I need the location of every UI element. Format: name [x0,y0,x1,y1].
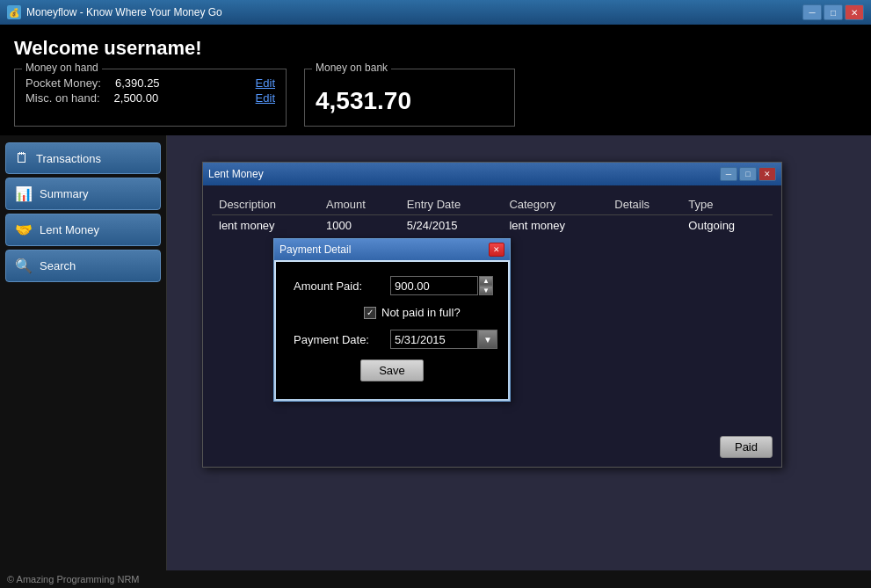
cell-category: lent money [502,215,607,236]
lent-window-body: Description Amount Entry Date Category D… [203,185,781,467]
money-on-bank-box: Money on bank 4,531.70 [304,69,515,127]
money-bank-title: Money on bank [312,62,391,74]
amount-spinner: ▲ ▼ [479,276,493,295]
cell-entry_date: 5/24/2015 [400,215,503,236]
welcome-text: Welcome username! [14,37,857,60]
pocket-money-value: 6,390.25 [115,76,160,90]
sidebar: 🗒 Transactions 📊 Summary 🤝 Lent Money 🔍 … [0,135,167,588]
cell-description: lent money [212,215,319,236]
pocket-money-row: Pocket Money: 6,390.25 Edit [25,76,275,90]
app-title: Moneyflow - Know Where Your Money Go [26,6,222,18]
not-paid-full-label: Not paid in full? [381,306,461,319]
col-category: Category [502,194,607,215]
lent-window-minimize[interactable]: ─ [720,167,737,181]
lent-money-window: Lent Money ─ □ ✕ Description Amount Entr… [202,162,782,468]
app-body: 🗒 Transactions 📊 Summary 🤝 Lent Money 🔍 … [0,135,871,588]
search-button[interactable]: 🔍 Search [5,250,161,282]
title-bar-controls: ─ □ ✕ [802,4,864,20]
payment-detail-dialog: Payment Detail ✕ Amount Paid: ▲ [273,238,511,402]
transactions-icon: 🗒 [15,150,29,166]
spin-down-button[interactable]: ▼ [479,286,493,295]
amount-paid-row: Amount Paid: ▲ ▼ [294,276,490,295]
spin-up-button[interactable]: ▲ [479,276,493,286]
app-footer: © Amazing Programming NRM [0,570,871,588]
not-paid-full-row: Not paid in full? [294,306,490,319]
misc-money-value: 2,500.00 [114,91,159,105]
table-row: lent money10005/24/2015lent moneyOutgoin… [212,215,773,236]
dialog-titlebar: Payment Detail ✕ [274,239,510,260]
money-row: Money on hand Pocket Money: 6,390.25 Edi… [14,69,857,127]
misc-money-row: Misc. on hand: 2,500.00 Edit [25,91,275,105]
pocket-money-edit[interactable]: Edit [256,76,275,90]
lent-money-label: Lent Money [40,223,99,236]
col-entry-date: Entry Date [400,194,503,215]
summary-icon: 📊 [15,185,33,202]
minimize-button[interactable]: ─ [802,4,822,20]
money-on-hand-box: Money on hand Pocket Money: 6,390.25 Edi… [14,69,287,127]
money-hand-title: Money on hand [22,62,102,74]
lent-window-titlebar: Lent Money ─ □ ✕ [203,163,781,185]
dialog-close-button[interactable]: ✕ [489,243,504,257]
cell-amount: 1000 [319,215,400,236]
lent-window-controls: ─ □ ✕ [720,167,776,181]
col-description: Description [212,194,319,215]
payment-dialog-overlay: Payment Detail ✕ Amount Paid: ▲ [273,238,511,402]
lent-money-icon: 🤝 [15,221,33,238]
payment-date-input[interactable] [390,330,478,349]
misc-money-label: Misc. on hand: [25,91,100,105]
not-paid-full-checkbox[interactable] [364,307,376,319]
lent-window-close[interactable]: ✕ [758,167,776,181]
payment-date-input-wrap: ▼ [390,330,497,349]
col-amount: Amount [319,194,400,215]
amount-paid-input-wrap: ▲ ▼ [390,276,493,295]
dialog-title: Payment Detail [279,243,351,256]
content-area: Lent Money ─ □ ✕ Description Amount Entr… [167,135,871,588]
misc-money-label-val: Misc. on hand: 2,500.00 [25,91,158,105]
payment-date-row: Payment Date: ▼ [294,330,490,349]
header-section: Welcome username! Money on hand Pocket M… [0,25,871,135]
title-bar: 💰 Moneyflow - Know Where Your Money Go ─… [0,0,871,25]
transactions-button[interactable]: 🗒 Transactions [5,142,161,174]
footer-text: © Amazing Programming NRM [7,574,140,584]
pocket-money-label: Pocket Money: [25,76,101,90]
maximize-button[interactable]: □ [824,4,843,20]
table-header-row: Description Amount Entry Date Category D… [212,194,773,215]
amount-paid-input[interactable] [390,276,478,295]
amount-paid-label: Amount Paid: [294,279,390,293]
bank-amount: 4,531.70 [316,83,504,119]
cell-type: Outgoing [681,215,773,236]
lent-money-button[interactable]: 🤝 Lent Money [5,214,161,246]
cell-details [607,215,681,236]
app-icon: 💰 [7,5,21,19]
search-label: Search [40,259,76,272]
close-button[interactable]: ✕ [845,4,864,20]
pocket-money-label-val: Pocket Money: 6,390.25 [25,76,160,90]
transactions-label: Transactions [36,152,101,165]
lent-window-maximize[interactable]: □ [739,167,757,181]
title-bar-left: 💰 Moneyflow - Know Where Your Money Go [7,5,222,19]
paid-button[interactable]: Paid [720,436,773,458]
payment-date-label: Payment Date: [294,333,390,346]
summary-label: Summary [40,187,89,200]
summary-button[interactable]: 📊 Summary [5,178,161,210]
dialog-body: Amount Paid: ▲ ▼ [276,262,508,399]
lent-money-table: Description Amount Entry Date Category D… [212,194,773,236]
dialog-save-button[interactable]: Save [360,359,424,381]
date-picker-button[interactable]: ▼ [478,330,497,349]
col-type: Type [681,194,773,215]
col-details: Details [607,194,681,215]
misc-money-edit[interactable]: Edit [256,91,275,105]
search-icon: 🔍 [15,258,33,274]
lent-window-title: Lent Money [208,168,264,180]
